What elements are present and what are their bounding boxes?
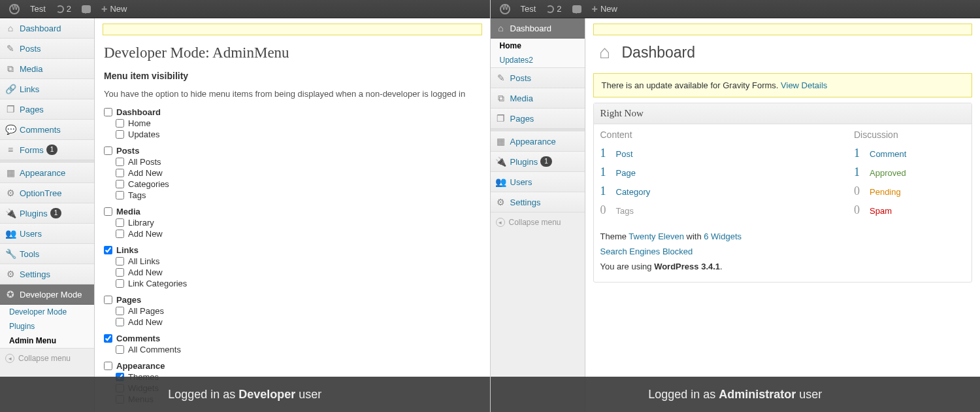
comments-link[interactable] [567, 0, 587, 18]
wp-logo-button[interactable] [4, 0, 25, 18]
settings-icon: ⚙ [496, 197, 506, 207]
sidebar-item-media[interactable]: ⧉Media [491, 88, 585, 109]
sidebar-item-dashboard[interactable]: ⌂Dashboard [0, 18, 94, 39]
chk-updates: Updates [104, 129, 481, 140]
chk-label: Link Categories [128, 279, 187, 288]
rn-approved[interactable]: 1Approved [854, 163, 965, 182]
chk-input[interactable] [116, 180, 124, 188]
optiontree-icon: ⚙ [5, 188, 16, 198]
appearance-icon: ▦ [496, 136, 506, 146]
theme-link[interactable]: Twenty Eleven [629, 232, 684, 241]
chk-posts-input[interactable] [104, 146, 112, 155]
chk-input[interactable] [116, 169, 124, 177]
chk-label: Comments [116, 334, 160, 343]
right-now-title: Right Now [594, 103, 972, 124]
rn-category[interactable]: 1Category [600, 182, 855, 201]
collapse-menu[interactable]: ◂Collapse menu [0, 349, 94, 368]
admin-bar: Test 2 +New [491, 0, 981, 18]
submenu-plugins[interactable]: Plugins [0, 319, 94, 334]
rn-comment[interactable]: 1Comment [854, 144, 965, 163]
submenu-updates[interactable]: Updates 2 [491, 53, 585, 67]
developer-mode-icon: ✪ [5, 289, 16, 300]
new-content-link[interactable]: +New [587, 0, 623, 18]
plugins-icon: 🔌 [496, 156, 506, 167]
chk-input[interactable] [116, 191, 124, 199]
sidebar-item-comments[interactable]: 💬Comments [0, 120, 94, 140]
sidebar-item-pages[interactable]: ❐Pages [491, 109, 585, 129]
sidebar-item-forms[interactable]: ≡Forms1 [0, 140, 94, 160]
updates-link[interactable]: 2 [51, 0, 76, 18]
sidebar-item-label: Dashboard [20, 24, 61, 33]
chk-input[interactable] [116, 345, 124, 354]
chk-input[interactable] [116, 279, 124, 288]
sidebar-item-posts[interactable]: ✎Posts [0, 39, 94, 59]
sidebar-item-plugins[interactable]: 🔌Plugins1 [0, 203, 94, 224]
chk-input[interactable] [116, 218, 124, 227]
chk-input[interactable] [116, 130, 124, 139]
sidebar-item-media[interactable]: ⧉Media [0, 59, 94, 79]
sidebar-item-label: Media [20, 64, 42, 74]
chk-media-input[interactable] [104, 207, 112, 216]
sidebar-item-label: Forms [20, 145, 44, 155]
submenu-admin-menu[interactable]: Admin Menu [0, 334, 94, 348]
count: 0 [854, 203, 870, 217]
sidebar-item-appearance[interactable]: ▦Appearance [491, 129, 585, 152]
chk-input[interactable] [116, 268, 124, 277]
search-engines-link[interactable]: Search Engines Blocked [600, 247, 693, 256]
sidebar-item-label: Tools [20, 249, 39, 259]
updates-link[interactable]: 2 [541, 0, 566, 18]
sidebar-item-links[interactable]: 🔗Links [0, 79, 94, 99]
chk-tags: Tags [104, 190, 481, 201]
submenu-home[interactable]: Home [491, 39, 585, 53]
submenu-developer-mode[interactable]: Developer Mode [0, 305, 94, 319]
sidebar-item-appearance[interactable]: ▦Appearance [0, 160, 94, 183]
count: 1 [854, 146, 870, 160]
sidebar-item-settings[interactable]: ⚙Settings [0, 264, 94, 284]
house-icon: ⌂ [595, 42, 615, 63]
sidebar-item-developer-mode[interactable]: ✪Developer Mode [0, 284, 94, 305]
rn-pending[interactable]: 0Pending [854, 182, 965, 201]
overlay-role: Administrator [719, 388, 796, 402]
comments-link[interactable] [76, 0, 96, 18]
sidebar-item-users[interactable]: 👥Users [491, 172, 585, 192]
collapse-menu[interactable]: ◂Collapse menu [491, 213, 585, 232]
overlay-prefix: Logged in as [168, 388, 235, 402]
wp-logo-button[interactable] [495, 0, 515, 18]
sidebar-item-settings[interactable]: ⚙Settings [491, 192, 585, 213]
site-link[interactable]: Test [25, 0, 51, 18]
sidebar-item-tools[interactable]: 🔧Tools [0, 244, 94, 264]
sidebar-item-plugins[interactable]: 🔌Plugins1 [491, 152, 585, 172]
notice-link[interactable]: View Details [781, 80, 827, 90]
rn-page[interactable]: 1Page [600, 163, 855, 182]
dashboard-icon: ⌂ [5, 23, 16, 33]
sidebar-item-users[interactable]: 👥Users [0, 224, 94, 244]
theme-mid: with [684, 232, 704, 241]
rn-spam[interactable]: 0Spam [854, 201, 965, 220]
rn-post[interactable]: 1Post [600, 144, 855, 163]
chk-links-input[interactable] [104, 246, 112, 254]
site-link[interactable]: Test [515, 0, 542, 18]
chk-input[interactable] [116, 318, 124, 326]
chk-input[interactable] [116, 307, 124, 315]
sidebar-item-label: Posts [20, 44, 41, 54]
sidebar-item-posts[interactable]: ✎Posts [491, 68, 585, 88]
links-icon: 🔗 [5, 84, 16, 94]
chk-appearance-input[interactable] [104, 362, 112, 370]
chk-label: Home [128, 118, 151, 128]
admin-sidebar: ⌂Dashboard✎Posts⧉Media🔗Links❐Pages💬Comme… [0, 18, 95, 412]
chk-input[interactable] [116, 158, 124, 166]
chk-input[interactable] [116, 119, 124, 128]
sidebar-item-pages[interactable]: ❐Pages [0, 99, 94, 120]
chk-label: All Posts [128, 157, 161, 167]
chk-input[interactable] [116, 257, 124, 266]
rn-tags[interactable]: 0Tags [600, 201, 855, 220]
chk-input[interactable] [116, 230, 124, 238]
new-content-link[interactable]: +New [96, 0, 132, 18]
chk-dashboard-input[interactable] [104, 108, 112, 116]
sidebar-item-dashboard[interactable]: ⌂Dashboard [491, 18, 585, 39]
sidebar-item-optiontree[interactable]: ⚙OptionTree [0, 183, 94, 203]
chk-comments-input[interactable] [104, 334, 112, 343]
widgets-link[interactable]: 6 Widgets [704, 232, 742, 241]
page-title: ⌂ Dashboard [585, 35, 981, 68]
chk-pages-input[interactable] [104, 296, 112, 304]
